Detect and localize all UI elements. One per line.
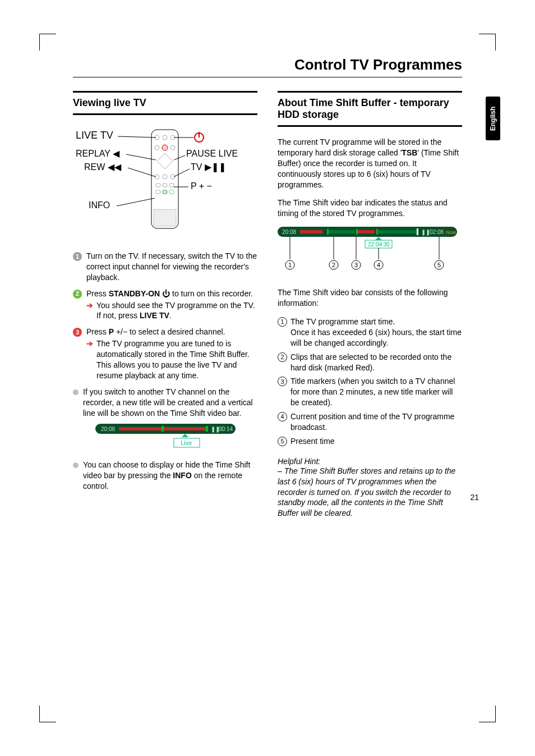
t: Title markers (when you switch to a TV c…	[290, 376, 462, 408]
bullet-2: You can choose to display or hide the Ti…	[73, 460, 257, 492]
svg-text:Now: Now	[446, 230, 456, 235]
svg-rect-43	[377, 230, 417, 233]
remote-diagram: LIVE TV REPLAY ◀ REW ◀◀ INFO PAUSE LIVE	[73, 125, 257, 240]
circle-5: 5	[278, 437, 287, 446]
svg-text:3: 3	[354, 262, 358, 268]
t: The TV programme you are tuned to is aut…	[96, 338, 257, 381]
label-rew: REW ◀◀	[84, 162, 122, 172]
power-icon	[195, 132, 204, 142]
svg-rect-46	[376, 229, 378, 235]
svg-point-16	[162, 145, 168, 150]
svg-rect-14	[156, 190, 160, 194]
left-column: Viewing live TV	[73, 91, 257, 519]
svg-rect-1	[154, 209, 176, 226]
svg-rect-44	[327, 229, 329, 235]
section-heading-tsb: About Time Shift Buffer - temporary HDD …	[278, 91, 462, 127]
svg-rect-11	[156, 184, 160, 187]
svg-rect-12	[163, 184, 167, 187]
circle-3: 3	[278, 377, 287, 386]
bullet-2-text: You can choose to display or hide the Ti…	[83, 460, 257, 492]
t: Current position and time of the TV prog…	[290, 411, 462, 433]
bullet-icon	[73, 390, 79, 395]
item-4: 4Current position and time of the TV pro…	[278, 411, 462, 433]
bullet-1-text: If you switch to another TV channel on t…	[83, 387, 257, 419]
svg-text:2: 2	[332, 262, 335, 268]
svg-line-21	[117, 198, 155, 206]
step-number-2: 2	[73, 290, 82, 299]
label-p: P + −	[191, 181, 212, 191]
hint-body: – The Time Shift Buffer stores and retai…	[278, 466, 462, 519]
svg-text:20:08: 20:08	[101, 426, 115, 432]
hint-heading: Helpful Hint:	[278, 457, 462, 466]
step-1-text: Turn on the TV. If necessary, switch the…	[86, 251, 257, 283]
arrow-icon: ➔	[86, 338, 93, 381]
svg-text:22:04:30: 22:04:30	[368, 241, 390, 248]
svg-point-6	[170, 145, 175, 150]
right-column: About Time Shift Buffer - temporary HDD …	[278, 91, 462, 519]
svg-rect-47	[417, 228, 418, 235]
svg-text:❚❚: ❚❚	[421, 229, 430, 236]
svg-text:5: 5	[437, 262, 441, 268]
crop-mark	[39, 705, 56, 722]
t: Present time	[290, 436, 335, 447]
svg-rect-13	[169, 184, 174, 187]
svg-rect-45	[356, 229, 358, 235]
t: Press	[86, 289, 109, 298]
item-3: 3Title markers (when you switch to a TV …	[278, 376, 462, 408]
svg-rect-42	[358, 230, 375, 233]
svg-rect-31	[162, 426, 164, 432]
tsb-para-2: The Time Shift video bar indicates the s…	[278, 198, 462, 219]
time-shift-bar-small: 20:08 ❚❚ 00:14 Live	[95, 424, 236, 452]
svg-text:00:14: 00:14	[219, 426, 233, 432]
step-2-text: Press STANDBY-ON ⏻ to turn on this recor…	[86, 288, 257, 322]
item-5: 5Present time	[278, 436, 462, 447]
svg-rect-15	[169, 190, 174, 194]
svg-text:Live: Live	[181, 439, 192, 446]
label-livetv: LIVE TV	[76, 130, 113, 141]
arrow-icon: ➔	[86, 300, 93, 322]
svg-marker-51	[375, 237, 382, 240]
label-info: INFO	[89, 200, 110, 210]
svg-rect-41	[328, 230, 355, 233]
t: Clips that are selected to be recorded o…	[290, 352, 462, 373]
label-tv: TV ▶❚❚	[191, 162, 226, 172]
svg-rect-17	[163, 190, 167, 194]
step-2: 2 Press STANDBY-ON ⏻ to turn on this rec…	[73, 288, 257, 322]
svg-rect-40	[300, 230, 322, 233]
item-2: 2Clips that are selected to be recorded …	[278, 352, 462, 373]
t: You should see the TV programme on the T…	[96, 300, 257, 322]
crop-mark	[479, 705, 496, 722]
power-icon: ⏻	[162, 289, 170, 298]
bullet-1: If you switch to another TV channel on t…	[73, 387, 257, 419]
section-heading-viewing: Viewing live TV	[73, 91, 257, 115]
svg-point-9	[163, 175, 167, 179]
svg-text:4: 4	[377, 262, 380, 268]
circle-4: 4	[278, 412, 287, 421]
label-replay: REPLAY ◀	[76, 149, 120, 158]
circle-1: 1	[278, 317, 287, 327]
columns: Viewing live TV	[50, 91, 485, 519]
step-number-1: 1	[73, 252, 82, 261]
page-title: Control TV Programmes	[50, 56, 485, 74]
svg-rect-32	[206, 426, 208, 432]
step-number-3: 3	[73, 328, 82, 337]
svg-marker-35	[182, 434, 188, 437]
svg-text:02:08: 02:08	[430, 229, 444, 235]
step-3-text: Press P +/− to select a desired channel.…	[86, 327, 257, 381]
circle-2: 2	[278, 352, 287, 362]
svg-text:20:08: 20:08	[282, 229, 296, 235]
svg-point-5	[155, 145, 159, 150]
t: STANDBY-ON	[109, 289, 160, 298]
title-rule	[73, 77, 462, 77]
svg-line-18	[118, 136, 156, 138]
step-1: 1 Turn on the TV. If necessary, switch t…	[73, 251, 257, 283]
step-3: 3 Press P +/− to select a desired channe…	[73, 327, 257, 381]
label-pauselive: PAUSE LIVE	[186, 149, 238, 158]
page-number: 21	[470, 493, 479, 502]
bullet-icon	[73, 462, 79, 468]
tsb-para-3: The Time Shift video bar consists of the…	[278, 287, 462, 309]
svg-point-3	[163, 135, 167, 140]
item-1: 1The TV programme start time. Once it ha…	[278, 317, 462, 349]
t: to turn on this recorder.	[170, 289, 253, 298]
svg-text:1: 1	[288, 262, 292, 268]
